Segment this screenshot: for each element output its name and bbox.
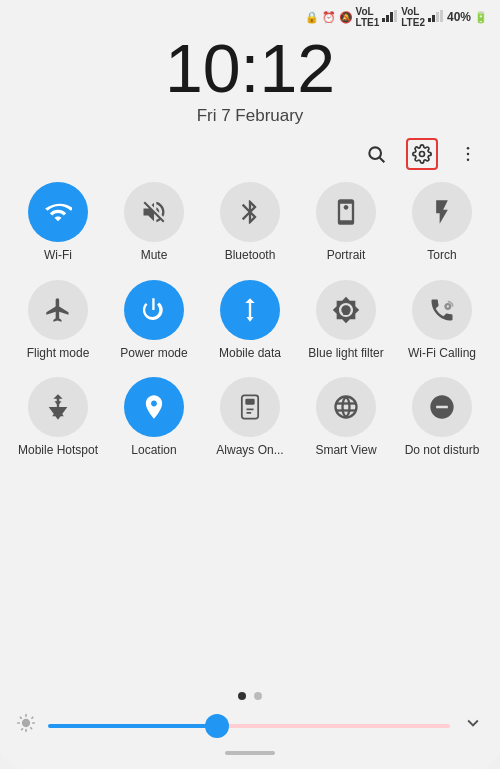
svg-rect-1 [386,15,389,22]
portrait-icon [316,182,376,242]
date-display: Fri 7 February [0,106,500,126]
svg-point-10 [420,152,425,157]
search-button[interactable] [360,138,392,170]
tiles-row-1: Wi-Fi Mute Bluetooth Portrait [16,178,484,268]
signal-bars2 [428,10,444,24]
tile-blue-light[interactable]: B Blue light filter [304,276,388,366]
mobile-data-icon [220,280,280,340]
svg-point-11 [467,147,470,150]
camera-icon: 🔒 [305,11,319,24]
battery-level: 40% [447,10,471,24]
page-dot-2[interactable] [254,692,262,700]
wifi-calling-icon [412,280,472,340]
brightness-row [0,708,500,743]
wifi-label: Wi-Fi [44,248,72,264]
mobile-hotspot-label: Mobile Hotspot [18,443,98,459]
handle-bar[interactable] [225,751,275,755]
svg-rect-7 [440,10,443,22]
mute-icon: 🔕 [339,11,353,24]
svg-rect-4 [428,18,431,22]
blue-light-icon: B [316,280,376,340]
tile-wifi-calling[interactable]: Wi-Fi Calling [400,276,484,366]
notification-panel: 🔒 ⏰ 🔕 VoLLTE1 VoLLTE2 40% 🔋 10:12 Fri 7 … [0,0,500,769]
mobile-hotspot-icon [28,377,88,437]
wifi-icon [28,182,88,242]
flight-mode-icon [28,280,88,340]
signal1-label: VoLLTE1 [356,6,380,28]
svg-rect-3 [394,10,397,22]
slider-thumb[interactable] [205,714,229,738]
tile-mobile-hotspot[interactable]: Mobile Hotspot [16,373,100,463]
tile-portrait[interactable]: Portrait [304,178,388,268]
smart-view-icon [316,377,376,437]
portrait-label: Portrait [327,248,366,264]
tiles-row-3: Mobile Hotspot Location Always On... Sma… [16,373,484,463]
svg-rect-0 [382,18,385,22]
tile-bluetooth[interactable]: Bluetooth [208,178,292,268]
page-dot-1[interactable] [238,692,246,700]
time-display: 10:12 [0,34,500,102]
tile-do-not-disturb[interactable]: Do not disturb [400,373,484,463]
mobile-data-label: Mobile data [219,346,281,362]
tile-flight-mode[interactable]: Flight mode [16,276,100,366]
signal-bars1 [382,10,398,24]
tile-smart-view[interactable]: Smart View [304,373,388,463]
mute-label: Mute [141,248,168,264]
location-label: Location [131,443,176,459]
power-mode-label: Power mode [120,346,187,362]
always-on-icon [220,377,280,437]
do-not-disturb-icon [412,377,472,437]
signal2-label: VoLLTE2 [401,6,425,28]
svg-point-8 [369,147,381,159]
svg-text:B: B [343,304,351,316]
brightness-slider[interactable] [48,716,450,736]
svg-rect-16 [245,399,254,405]
tile-wifi[interactable]: Wi-Fi [16,178,100,268]
svg-point-13 [467,159,470,162]
svg-rect-5 [432,15,435,22]
brightness-low-icon [16,713,36,738]
more-button[interactable] [452,138,484,170]
bluetooth-icon [220,182,280,242]
mute-icon-tile [124,182,184,242]
battery-icon: 🔋 [474,11,488,24]
svg-point-12 [467,153,470,156]
status-bar: 🔒 ⏰ 🔕 VoLLTE1 VoLLTE2 40% 🔋 [0,0,500,30]
bluetooth-label: Bluetooth [225,248,276,264]
tile-torch[interactable]: Torch [400,178,484,268]
page-dots [0,692,500,700]
status-icons: 🔒 ⏰ 🔕 VoLLTE1 VoLLTE2 40% 🔋 [305,6,488,28]
tiles-row-2: Flight mode Power mode Mobile data B Blu… [16,276,484,366]
tile-always-on[interactable]: Always On... [208,373,292,463]
do-not-disturb-label: Do not disturb [405,443,480,459]
svg-rect-2 [390,12,393,22]
tile-mobile-data[interactable]: Mobile data [208,276,292,366]
tile-power-mode[interactable]: Power mode [112,276,196,366]
settings-button[interactable] [406,138,438,170]
brightness-expand-button[interactable] [462,712,484,739]
tile-mute[interactable]: Mute [112,178,196,268]
wifi-calling-label: Wi-Fi Calling [408,346,476,362]
always-on-label: Always On... [216,443,283,459]
slider-track [48,724,450,728]
torch-icon [412,182,472,242]
location-icon [124,377,184,437]
tiles-container: Wi-Fi Mute Bluetooth Portrait [0,174,500,684]
power-mode-icon [124,280,184,340]
flight-mode-label: Flight mode [27,346,90,362]
tile-location[interactable]: Location [112,373,196,463]
blue-light-label: Blue light filter [308,346,383,362]
smart-view-label: Smart View [315,443,376,459]
bottom-handle [0,743,500,759]
svg-line-9 [380,158,385,163]
time-section: 10:12 Fri 7 February [0,30,500,128]
svg-rect-6 [436,12,439,22]
top-actions [0,128,500,174]
alarm-icon: ⏰ [322,11,336,24]
torch-label: Torch [427,248,456,264]
